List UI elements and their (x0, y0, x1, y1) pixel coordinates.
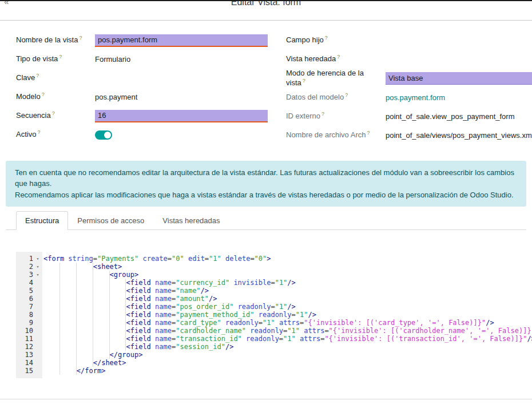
code-token: <field (126, 279, 151, 287)
code-text: <field name="pos_order_id" readonly="1"/… (42, 303, 296, 311)
code-line[interactable]: 15 </form> (16, 367, 532, 375)
code-token (184, 255, 188, 263)
field-text-arch-filename: point_of_sale/views/pos_payment_views.xm… (386, 131, 532, 140)
field-link-model-data[interactable]: pos.payment.form (386, 93, 445, 102)
code-token: /> (287, 279, 295, 287)
code-line[interactable]: 3▾ <group> (16, 271, 532, 279)
field-text-view-type: Formulario (95, 55, 130, 64)
code-line[interactable]: 9 <field name="card_type" readonly="1" a… (16, 319, 532, 327)
code-token: "{'invisible': [('transaction_id', '=', … (324, 335, 527, 343)
code-line[interactable]: 6 <field name="amount"/> (16, 295, 532, 303)
code-token: /> (225, 343, 233, 351)
line-number: 13 (16, 351, 33, 359)
line-number: 4 (16, 279, 33, 287)
code-line[interactable]: 13 </group> (16, 351, 532, 359)
code-line[interactable]: 12 <field name="session_id"/> (16, 343, 532, 351)
form-row-active: Activo? (16, 125, 268, 144)
code-token: /> (287, 303, 295, 311)
code-token: readonly (250, 327, 283, 335)
alert-line-1: Ten en cuenta que no recomendamos editar… (15, 167, 517, 189)
code-token: "{'invisible': [('card_type', '=', False… (304, 319, 486, 327)
form-row-external-id: ID externo?point_of_sale.view_pos_paymen… (286, 107, 532, 126)
code-editor[interactable]: 1▾<form string="Payments" create="0" edi… (16, 252, 532, 378)
field-input-sequence[interactable]: 16 (95, 110, 268, 122)
code-token: <field (126, 311, 151, 319)
form-row-arch-filename: Nombre de archivo Arch?point_of_sale/vie… (286, 126, 532, 145)
code-token: "1" (296, 311, 308, 319)
code-token: <field (126, 327, 151, 335)
tab-vistas-heredadas[interactable]: Vistas heredadas (153, 211, 229, 230)
code-text: <field name="currency_id" invisible="1"/… (42, 279, 296, 287)
page: « Editar Vista: form Nombre de la vista?… (0, 0, 532, 406)
code-line[interactable]: 10 <field name="cardholder_name" readonl… (16, 327, 532, 335)
code-token: /> (201, 287, 209, 295)
code-text: <form string="Payments" create="0" edit=… (42, 255, 271, 263)
field-input-view-name[interactable]: pos.payment.form (95, 34, 268, 47)
field-help-icon: ? (325, 35, 328, 41)
code-line[interactable]: 5 <field name="name"/> (16, 287, 532, 295)
code-text: </form> (42, 367, 105, 375)
form-row-child-field: Campo hijo? (286, 31, 532, 50)
field-label-inherit-mode: Modo de herencia de la vista? (286, 69, 386, 88)
indent-guides (43, 327, 126, 335)
code-token (275, 319, 279, 327)
fold-icon[interactable]: ▾ (33, 271, 42, 279)
gutter-cell: 13 (16, 351, 42, 359)
indent-guides (43, 279, 126, 287)
field-help-icon: ? (36, 73, 39, 78)
field-text-external-id: point_of_sale.view_pos_payment_form (386, 112, 514, 121)
form-row-key: Clave? (16, 69, 268, 88)
code-token: delete (225, 255, 250, 263)
code-token: name (155, 287, 172, 295)
code-token: <field (126, 319, 151, 327)
fold-icon[interactable]: ▾ (33, 263, 42, 271)
field-label-view-type: Tipo de vista? (16, 54, 95, 64)
indent-guides (43, 343, 126, 351)
indent-guides (43, 263, 93, 271)
field-select-inherit-mode[interactable]: Vista base (386, 72, 532, 85)
fold-spacer (33, 319, 42, 327)
code-token: </group> (110, 351, 143, 359)
line-number: 2 (16, 263, 33, 271)
code-token: name (155, 335, 172, 343)
field-value-model-data: pos.payment.form (386, 93, 532, 102)
tab-estructura[interactable]: Estructura (16, 211, 68, 230)
field-toggle-active[interactable] (95, 130, 112, 140)
indent-guides (43, 335, 126, 343)
line-number: 6 (16, 295, 33, 303)
toggle-knob-icon (104, 132, 111, 138)
code-token (255, 311, 259, 319)
code-line[interactable]: 2▾ <sheet> (16, 263, 532, 271)
code-line[interactable]: 11 <field name="transaction_id" readonly… (16, 335, 532, 343)
code-token: "1" (275, 303, 288, 311)
fold-spacer (33, 343, 42, 351)
code-token: "session_id" (176, 343, 225, 351)
tab-permisos-de-acceso[interactable]: Permisos de acceso (68, 211, 153, 230)
code-token: /> (308, 311, 316, 319)
fold-spacer (33, 367, 42, 375)
code-line[interactable]: 1▾<form string="Payments" create="0" edi… (16, 255, 532, 263)
fold-spacer (33, 287, 42, 295)
line-number: 8 (16, 311, 33, 319)
code-token: "1" (283, 335, 296, 343)
form-row-inherited-view: Vista heredada? (286, 50, 532, 69)
field-text-model: pos.payment (95, 93, 137, 101)
fold-icon[interactable]: ▾ (33, 255, 42, 263)
field-help-icon: ? (79, 35, 82, 41)
field-label-child-field: Campo hijo? (286, 35, 386, 45)
code-token: <sheet> (93, 263, 122, 271)
code-line[interactable]: 7 <field name="pos_order_id" readonly="1… (16, 303, 532, 311)
code-token: "1" (275, 279, 288, 287)
code-text: <field name="card_type" readonly="1" att… (42, 319, 494, 327)
code-token: "0" (255, 255, 267, 263)
code-line[interactable]: 8 <field name="payment_method_id" readon… (16, 311, 532, 319)
line-number: 12 (16, 343, 33, 351)
code-token: name (155, 343, 172, 351)
code-token: /> (209, 295, 217, 303)
code-token (151, 327, 155, 335)
code-line[interactable]: 4 <field name="currency_id" invisible="1… (16, 279, 532, 287)
code-line[interactable]: 14 </sheet> (16, 359, 532, 367)
gutter-cell: 8 (16, 311, 42, 319)
code-token: name (155, 319, 172, 327)
line-number: 3 (16, 271, 33, 279)
